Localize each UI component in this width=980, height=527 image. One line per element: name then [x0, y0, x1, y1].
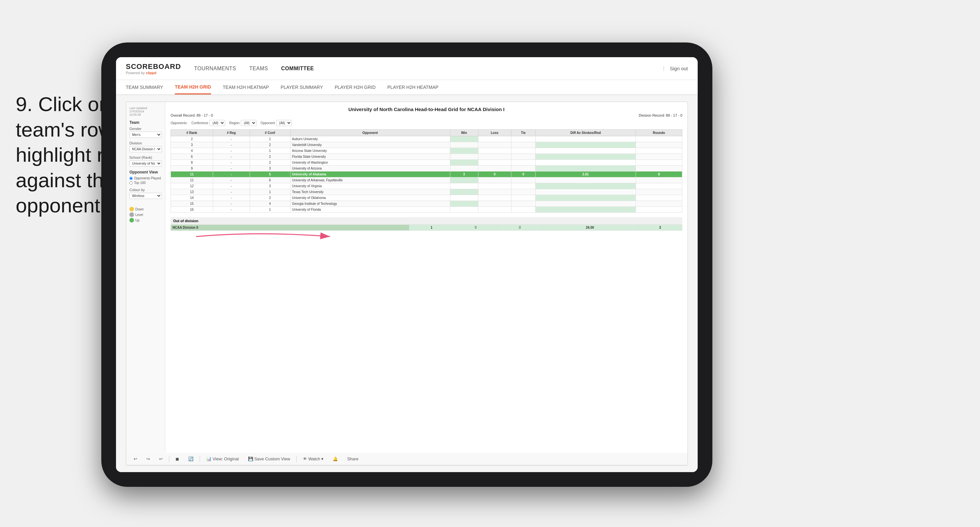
- table-row-alabama[interactable]: 11-5University of Alabama 3002.618: [171, 172, 682, 177]
- tab-team-h2h-grid[interactable]: TEAM H2H GRID: [175, 80, 211, 94]
- table-header-row: # Rank # Reg # Conf Opponent Win Loss Ti…: [171, 130, 682, 136]
- viz-filters: Opponents: Conference (All) Region: [170, 120, 682, 126]
- sub-nav: TEAM SUMMARY TEAM H2H GRID TEAM H2H HEAT…: [116, 80, 698, 95]
- division-record: Division Record: 88 - 17 - 0: [639, 113, 682, 117]
- region-select[interactable]: (All): [241, 120, 256, 126]
- legend-dot-down: [129, 207, 134, 212]
- opponent-view-title: Opponent View: [129, 170, 162, 175]
- tableau-container: Last Updated: 27/03/202416:55:38 Team Ge…: [126, 102, 688, 466]
- table-row[interactable]: 9-3University of Arizona: [171, 166, 682, 172]
- viz-area: University of North Carolina Head-to-Hea…: [165, 102, 687, 453]
- legend: Down Level Up: [129, 207, 162, 223]
- sign-out-link[interactable]: Sign out: [670, 66, 688, 71]
- out-of-division-section: Out of division NCAA Division II 1 0 0 2…: [170, 217, 682, 231]
- tab-player-summary[interactable]: PLAYER SUMMARY: [281, 80, 323, 94]
- legend-level: Level: [129, 212, 162, 217]
- logo-subtitle: Powered by clippd: [126, 71, 181, 75]
- toolbar-pause[interactable]: ◼: [173, 455, 182, 463]
- table-row[interactable]: 13-1Texas Tech University: [171, 189, 682, 195]
- toolbar-undo[interactable]: ↩: [131, 455, 140, 463]
- toolbar-revert[interactable]: ↩: [156, 455, 165, 463]
- toolbar-watch[interactable]: 👁 Watch ▾: [300, 455, 327, 463]
- tableau-toolbar: ↩ ↪ ↩ ◼ 🔄 📊 View: Original 💾 Save Custom…: [126, 453, 687, 465]
- table-row[interactable]: 12-3University of Virginia: [171, 183, 682, 189]
- nav-committee[interactable]: COMMITTEE: [281, 64, 314, 73]
- col-rounds: Rounds: [636, 130, 682, 136]
- col-diff: Diff Av Strokes/Rnd: [536, 130, 636, 136]
- school-label: School (Rank): [129, 156, 162, 159]
- table-row[interactable]: 8-2University of Washington: [171, 160, 682, 166]
- tableau-content: Last Updated: 27/03/202416:55:38 Team Ge…: [126, 102, 687, 453]
- nav-items: TOURNAMENTS TEAMS COMMITTEE: [194, 64, 663, 73]
- toolbar-redo[interactable]: ↪: [143, 455, 153, 463]
- tab-player-h2h-heatmap[interactable]: PLAYER H2H HEATMAP: [387, 80, 439, 94]
- toolbar-save-custom[interactable]: 💾 Save Custom View: [245, 455, 293, 463]
- division-select[interactable]: NCAA Division I: [129, 146, 162, 152]
- opponent-radio-played[interactable]: Opponents Played: [129, 177, 162, 180]
- toolbar-sep-1: [169, 456, 169, 462]
- legend-dot-level: [129, 212, 134, 217]
- toolbar-sep-2: [200, 456, 200, 462]
- table-row[interactable]: 4-1Arizona State University: [171, 148, 682, 154]
- toolbar-refresh[interactable]: 🔄: [185, 455, 196, 463]
- toolbar-alert[interactable]: 🔔: [330, 455, 341, 463]
- opponent-select[interactable]: (All): [276, 120, 292, 126]
- tablet-screen: SCOREBOARD Powered by clippd TOURNAMENTS…: [116, 57, 698, 472]
- legend-down: Down: [129, 207, 162, 212]
- out-of-division-row[interactable]: NCAA Division II 1 0 0 26.00 3: [171, 225, 682, 231]
- colour-by-label: Colour by: [129, 188, 162, 192]
- conference-select[interactable]: (All): [210, 120, 225, 126]
- top-nav: SCOREBOARD Powered by clippd TOURNAMENTS…: [116, 57, 698, 80]
- toolbar-sep-3: [296, 456, 297, 462]
- col-conf: # Conf: [250, 130, 290, 136]
- gender-select[interactable]: Men's: [129, 132, 162, 138]
- viz-header: University of North Carolina Head-to-Hea…: [170, 107, 682, 126]
- opponent-radio-top100[interactable]: Top 100: [129, 181, 162, 185]
- nav-teams[interactable]: TEAMS: [249, 64, 268, 73]
- conference-filter: Conference (All): [191, 120, 226, 126]
- opponent-filter: Opponent (All): [261, 120, 292, 126]
- table-row[interactable]: 14-2University of Oklahoma: [171, 195, 682, 201]
- tab-team-h2h-heatmap[interactable]: TEAM H2H HEATMAP: [223, 80, 269, 94]
- nav-tournaments[interactable]: TOURNAMENTS: [194, 64, 236, 73]
- opponents-filter: Opponents:: [170, 121, 188, 125]
- tab-team-summary[interactable]: TEAM SUMMARY: [126, 80, 163, 94]
- table-row[interactable]: 15-4Georgia Institute of Technology: [171, 201, 682, 207]
- col-loss: Loss: [478, 130, 511, 136]
- table-row[interactable]: 11-6University of Arkansas, Fayetteville: [171, 177, 682, 183]
- col-tie: Tie: [511, 130, 535, 136]
- col-reg: # Reg: [213, 130, 250, 136]
- sidebar-timestamp: Last Updated: 27/03/202416:55:38: [129, 107, 162, 116]
- legend-dot-up: [129, 218, 134, 223]
- col-opponent: Opponent: [290, 130, 450, 136]
- table-row[interactable]: 6-2Florida State University: [171, 154, 682, 160]
- tablet-device: SCOREBOARD Powered by clippd TOURNAMENTS…: [101, 43, 713, 487]
- toolbar-share[interactable]: Share: [344, 455, 361, 463]
- sign-out-area: | Sign out: [663, 66, 688, 72]
- out-of-division-header: Out of division: [170, 217, 682, 224]
- legend-up: Up: [129, 218, 162, 223]
- overall-record: Overall Record: 89 - 17 - 0: [170, 113, 213, 117]
- out-of-division-table: NCAA Division II 1 0 0 26.00 3: [170, 224, 682, 231]
- main-content: Last Updated: 27/03/202416:55:38 Team Ge…: [116, 95, 698, 472]
- table-row[interactable]: 16-1University of Florida: [171, 207, 682, 213]
- logo-brand: clippd: [146, 71, 156, 75]
- toolbar-view-original[interactable]: 📊 View: Original: [203, 455, 242, 463]
- tab-player-h2h-grid[interactable]: PLAYER H2H GRID: [335, 80, 375, 94]
- school-select[interactable]: University of Nort...: [129, 161, 162, 167]
- logo-title: SCOREBOARD: [126, 62, 181, 71]
- table-row[interactable]: 2-1Auburn University: [171, 136, 682, 142]
- viz-records: Overall Record: 89 - 17 - 0 Division Rec…: [170, 113, 682, 117]
- h2h-table: # Rank # Reg # Conf Opponent Win Loss Ti…: [170, 129, 682, 213]
- viz-title: University of North Carolina Head-to-Hea…: [170, 107, 682, 112]
- gender-label: Gender: [129, 127, 162, 131]
- colour-by-select[interactable]: Win/loss: [129, 193, 162, 199]
- division-label: Division: [129, 141, 162, 145]
- logo-area: SCOREBOARD Powered by clippd: [126, 62, 181, 75]
- col-win: Win: [450, 130, 478, 136]
- team-filter-title: Team: [129, 120, 162, 125]
- opponent-view-group: Opponents Played Top 100: [129, 177, 162, 185]
- region-filter: Region (All): [229, 120, 256, 126]
- table-row[interactable]: 3-2Vanderbilt University: [171, 142, 682, 148]
- col-rank: # Rank: [171, 130, 213, 136]
